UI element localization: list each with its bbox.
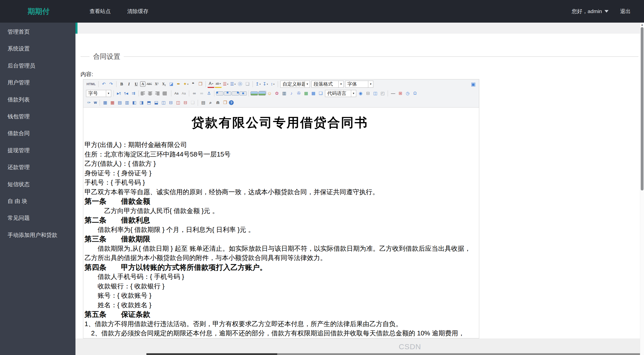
insert-col-left-icon[interactable]: ◧ <box>131 99 138 106</box>
vertical-scrollbar-thumb[interactable] <box>641 27 643 190</box>
emoticon-icon[interactable]: ☺ <box>266 90 273 97</box>
net-image-icon[interactable]: ◰ <box>379 90 386 97</box>
quick-format-icon[interactable]: ✑ <box>86 99 92 106</box>
insert-table-icon[interactable]: ▦ <box>102 99 108 106</box>
user-menu[interactable]: 您好，admin <box>572 8 609 15</box>
align-center-icon[interactable] <box>148 92 155 95</box>
horizontal-scrollbar[interactable] <box>146 353 640 355</box>
help-icon[interactable]: ? <box>229 100 234 105</box>
app-logo[interactable]: 期期付 <box>28 0 50 23</box>
page-break-icon[interactable]: ⊟ <box>365 90 371 97</box>
word-paste-icon[interactable]: W <box>93 101 98 105</box>
align-justify-icon[interactable] <box>163 92 169 95</box>
insert-image-icon[interactable] <box>251 91 258 95</box>
vertical-scrollbar[interactable]: ▲ <box>640 23 644 355</box>
sidebar-item[interactable]: 还款管理 <box>0 159 75 176</box>
delete-row-icon[interactable]: ⊟ <box>182 99 189 106</box>
italic-icon[interactable]: I <box>126 81 132 87</box>
unordered-list-icon[interactable]: ☰▾ <box>229 81 236 87</box>
insert-row-above-icon[interactable]: ⬒ <box>145 99 152 106</box>
graffiti-icon[interactable]: ✿ <box>273 90 280 97</box>
boxed-text-icon[interactable]: A <box>140 81 145 87</box>
paragraph-spacing-top-icon[interactable]: ↥▾ <box>255 81 261 87</box>
cell-props-icon[interactable]: ▥ <box>124 99 130 106</box>
sidebar-item[interactable]: 管理首页 <box>0 23 75 40</box>
subscript-icon[interactable]: X₂ <box>160 81 167 87</box>
paragraph-spacing-bottom-icon[interactable]: ↧▾ <box>262 81 269 87</box>
sidebar-item[interactable]: 常见问题 <box>0 210 75 226</box>
heading-select[interactable]: 自定义标题▼ <box>280 81 310 88</box>
insert-music-icon[interactable]: ♪ <box>288 90 295 97</box>
sidebar-item[interactable]: 手动添加用户和贷款 <box>0 227 75 243</box>
insert-row-below-icon[interactable]: ⬓ <box>153 99 159 106</box>
insert-code-icon[interactable]: ◉ <box>357 90 364 97</box>
baidu-map-icon[interactable]: ▩ <box>310 90 317 97</box>
paragraph-format-select[interactable]: 段落格式▼ <box>311 81 344 88</box>
html-source-button[interactable]: HTML <box>85 82 97 86</box>
sidebar-item[interactable]: 短信状态 <box>0 176 75 193</box>
superscript-icon[interactable]: X² <box>153 81 160 87</box>
uppercase-icon[interactable]: Aa <box>173 90 180 97</box>
image-inline-icon[interactable] <box>224 91 231 95</box>
underline-icon[interactable]: U <box>133 81 140 87</box>
font-family-select[interactable]: 字体▼ <box>345 81 373 88</box>
unlink-icon[interactable]: ∞ <box>198 90 205 97</box>
font-color-icon[interactable]: A▾ <box>208 80 214 88</box>
strikethrough-icon[interactable]: ABC <box>146 81 153 87</box>
image-block-icon[interactable] <box>239 91 247 95</box>
anchor-icon[interactable]: ⚓ <box>206 90 212 97</box>
delete-col-icon[interactable]: ◫ <box>175 99 181 106</box>
find-replace-icon[interactable]: ⋒ <box>214 99 221 106</box>
logout-link[interactable]: 退出 <box>620 8 631 15</box>
sidebar-item[interactable]: 用户管理 <box>0 74 75 91</box>
insert-doc-icon[interactable]: ❏ <box>317 90 324 97</box>
multi-image-icon[interactable] <box>258 91 266 95</box>
lowercase-icon[interactable]: Aa <box>180 90 187 97</box>
sidebar-item[interactable]: 钱包管理 <box>0 108 75 125</box>
sidebar-item[interactable]: 后台管理员 <box>0 57 75 74</box>
attachment-icon[interactable]: ✇ <box>295 90 302 97</box>
sidebar-item[interactable]: 提现管理 <box>0 142 75 159</box>
redo-icon[interactable]: ↷ <box>108 81 114 87</box>
bold-icon[interactable]: B <box>118 81 125 87</box>
horizontal-rule-icon[interactable]: — <box>390 90 396 97</box>
table-props-icon[interactable]: ▤ <box>116 99 123 106</box>
sidebar-item[interactable]: 系统设置 <box>0 40 75 57</box>
code-language-select[interactable]: 代码语言▼ <box>325 90 356 97</box>
sidebar-item[interactable]: 借款列表 <box>0 91 75 108</box>
image-float-right-icon[interactable] <box>232 91 239 95</box>
insert-time-icon[interactable]: ◷ <box>404 90 411 97</box>
align-right-icon[interactable] <box>155 92 162 95</box>
eraser-icon[interactable]: ◪ <box>168 81 175 87</box>
split-cells-icon[interactable]: ⊟ <box>167 99 174 106</box>
format-brush-icon[interactable]: ✒ <box>175 81 182 87</box>
fullscreen-icon[interactable]: ▣ <box>470 81 477 87</box>
link-icon[interactable]: ∞ <box>191 90 198 97</box>
paste-plain-icon[interactable]: ❐ <box>197 81 204 87</box>
image-float-left-icon[interactable] <box>216 91 223 95</box>
blockquote-icon[interactable]: ❝ <box>190 81 196 87</box>
indent-back-icon[interactable]: ¶◀ <box>123 90 130 97</box>
columns-icon[interactable]: ◫ <box>372 90 379 97</box>
preview-icon[interactable]: ⌕ <box>207 99 214 106</box>
sidebar-item[interactable]: 自 由 块 <box>0 193 75 210</box>
topbar-nav-item[interactable]: 清除缓存 <box>127 8 148 15</box>
magic-wand-icon[interactable]: ✦▾ <box>182 81 189 87</box>
clipboard-icon[interactable]: ❐ <box>222 99 228 106</box>
disabled-doc-icon[interactable]: ❏ <box>189 99 196 106</box>
special-char-icon[interactable]: Ω <box>412 90 418 97</box>
editor-content[interactable]: 贷款有限公司专用借贷合同书 甲方(出借人)：期期付金融有限公司住所：北京市海淀区… <box>83 108 479 340</box>
merge-cells-icon[interactable]: ◫ <box>160 99 167 106</box>
ordered-list-icon[interactable]: ☰▾ <box>222 81 229 87</box>
highlight-color-icon[interactable]: ab▾ <box>215 80 222 88</box>
print-icon[interactable]: ▤ <box>200 99 207 106</box>
undo-icon[interactable]: ↶ <box>100 81 107 87</box>
align-left-icon[interactable] <box>141 92 147 95</box>
delete-table-icon[interactable]: ▦ <box>109 99 116 106</box>
insert-col-right-icon[interactable]: ◨ <box>138 99 145 106</box>
insert-map-icon[interactable]: ▩ <box>303 90 309 97</box>
font-size-select[interactable]: 字号▼ <box>86 90 111 97</box>
new-document-icon[interactable]: ❏ <box>244 81 251 87</box>
insert-video-icon[interactable]: ▥ <box>281 90 288 97</box>
indent-first-line-icon[interactable]: ▶¶ <box>115 90 122 97</box>
